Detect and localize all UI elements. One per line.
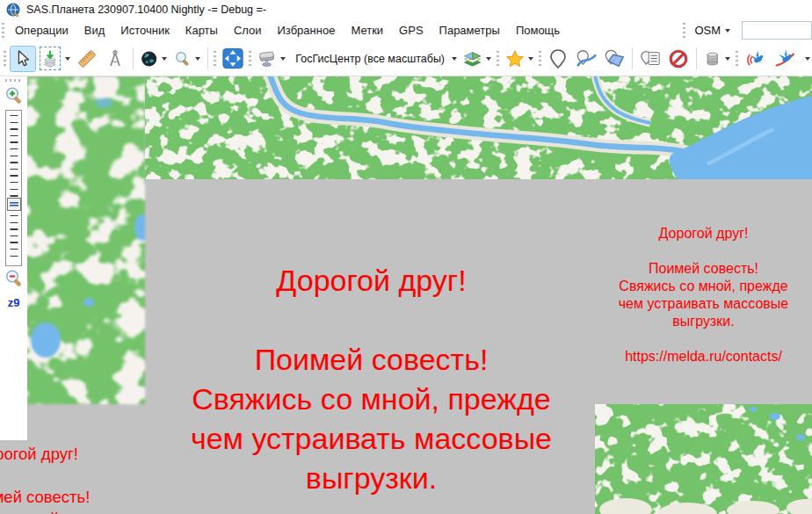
tile-warning-url: https://melda.ru/contacts/ <box>595 348 812 366</box>
hide-placemarks-button[interactable] <box>665 46 692 72</box>
zoom-slider[interactable] <box>5 110 22 266</box>
tile-warning-line <box>0 466 139 488</box>
menu-settings[interactable]: Параметры <box>431 21 508 40</box>
menu-maps[interactable]: Карты <box>178 21 226 40</box>
map-tile-bottom-right <box>595 404 812 514</box>
menu-source[interactable]: Источник <box>112 21 178 40</box>
cache-database-icon <box>704 48 721 69</box>
geocoder-label: OSM <box>694 24 721 37</box>
zoom-rect-button[interactable] <box>171 46 203 72</box>
selection-manager-icon <box>40 47 61 70</box>
tile-warning-line: Поимей совесть! <box>595 260 812 278</box>
add-polygon-button[interactable] <box>601 46 627 72</box>
chevron-down-icon <box>195 57 200 61</box>
debug-fly-signal-icon <box>744 47 767 70</box>
tile-warning-line: Поимей совесть! <box>145 340 598 380</box>
tile-warning-line: чем устраивать массовые <box>595 295 812 313</box>
toolbar-grip <box>736 51 738 67</box>
tile-warning-line <box>595 330 812 348</box>
compass-button[interactable] <box>102 46 128 72</box>
add-path-button[interactable] <box>573 46 599 72</box>
ban-icon <box>668 47 689 70</box>
pan-tool-button[interactable] <box>10 46 36 72</box>
chevron-down-icon <box>725 29 730 33</box>
globe-icon <box>141 48 157 69</box>
chevron-down-icon <box>486 57 491 61</box>
toolbar-grip <box>539 51 541 67</box>
toolbar-separator <box>133 47 134 69</box>
menu-help[interactable]: Помощь <box>508 21 568 40</box>
ruler-icon <box>76 47 98 70</box>
chevron-down-icon <box>280 57 286 61</box>
zoom-slider-handle[interactable] <box>7 198 21 211</box>
menubar-grip <box>2 23 4 39</box>
menu-operations[interactable]: Операции <box>7 21 76 40</box>
zoom-out-icon <box>4 268 25 289</box>
layers-button[interactable] <box>460 46 494 72</box>
menu-favorites[interactable]: Избранное <box>270 21 344 40</box>
tile-warning-line: Свяжись со мной, прежде <box>595 278 812 295</box>
toolbar-grip <box>497 51 499 67</box>
tile-warning-message-center: Дорогой друг! Поимей совесть! Свяжись со… <box>145 261 598 498</box>
add-placemark-button[interactable] <box>545 46 571 72</box>
placemark-list-icon <box>640 48 661 69</box>
fullscreen-button[interactable] <box>220 46 246 72</box>
tile-warning-line: Дорогой друг! <box>0 444 139 466</box>
menu-placemarks[interactable]: Метки <box>343 21 391 40</box>
tile-warning-line: чем устраивать массовые <box>145 419 598 459</box>
debug-fly-slash-icon <box>774 47 797 70</box>
geocoder-select-button[interactable]: OSM <box>688 21 736 40</box>
toolbar-separator <box>207 47 208 69</box>
tile-warning-line: выгрузки. <box>595 313 812 330</box>
chevron-down-icon <box>805 57 810 61</box>
toolbar-grip <box>249 51 251 67</box>
magnifier-icon <box>174 48 191 69</box>
zoom-in-button[interactable] <box>4 85 25 106</box>
favorites-star-icon <box>505 47 525 70</box>
tile-warning-message-right: Дорогой друг! Поимей совесть! Свяжись со… <box>595 225 812 366</box>
menu-bar: Операции Вид Источник Карты Слои Избранн… <box>0 19 812 41</box>
menu-gps[interactable]: GPS <box>391 21 431 40</box>
chevron-down-icon <box>162 57 167 61</box>
app-logo-icon <box>6 3 20 17</box>
compass-icon <box>105 48 126 69</box>
gps-receiver-icon <box>257 47 276 70</box>
chevron-down-icon <box>528 57 533 61</box>
debug-fly-slash-button[interactable] <box>772 46 800 72</box>
fullscreen-icon <box>222 47 243 70</box>
zoom-in-icon <box>4 85 25 106</box>
zoom-panel: z9 <box>0 76 27 440</box>
ruler-button[interactable] <box>74 46 100 72</box>
gps-button[interactable] <box>255 46 288 72</box>
title-bar: SAS.Планета 230907.10400 Nightly -= Debu… <box>0 0 812 19</box>
zoom-out-button[interactable] <box>4 268 25 289</box>
zoom-level-label: z9 <box>0 296 27 309</box>
search-input[interactable] <box>742 21 812 40</box>
map-source-button[interactable]: ГосГисЦентр (все масштабы) <box>290 46 459 72</box>
menu-view[interactable]: Вид <box>76 21 113 40</box>
goto-place-button[interactable] <box>138 46 170 72</box>
polygon-icon <box>604 48 625 69</box>
search-toolbar-grip <box>683 23 685 39</box>
toolbar-separator <box>696 47 697 69</box>
chevron-down-icon <box>65 57 70 61</box>
selection-manager-button[interactable] <box>38 46 72 72</box>
path-icon <box>576 48 597 69</box>
main-toolbar: ГосГисЦентр (все масштабы) <box>0 41 812 76</box>
map-tile-top <box>145 76 812 179</box>
favorites-button[interactable] <box>503 46 537 72</box>
tile-warning-line: Свяжись со мной, прежде <box>145 380 598 419</box>
menu-layers[interactable]: Слои <box>226 21 270 40</box>
tile-warning-line <box>595 243 812 260</box>
zoom-panel-grip <box>5 79 23 82</box>
chevron-down-icon <box>725 57 730 61</box>
cache-mode-button[interactable] <box>701 46 733 72</box>
placemark-manager-button[interactable] <box>637 46 663 72</box>
pan-cursor-icon <box>13 49 33 69</box>
chevron-down-icon <box>452 57 457 61</box>
tile-warning-line: выгрузки. <box>145 459 598 498</box>
toolbar-grip <box>4 51 6 67</box>
map-canvas[interactable]: Дорогой друг! Поимей совесть! Свяжись со… <box>0 76 812 514</box>
window-title: SAS.Планета 230907.10400 Nightly -= Debu… <box>26 4 266 16</box>
debug-fly-signal-button[interactable] <box>742 46 770 72</box>
